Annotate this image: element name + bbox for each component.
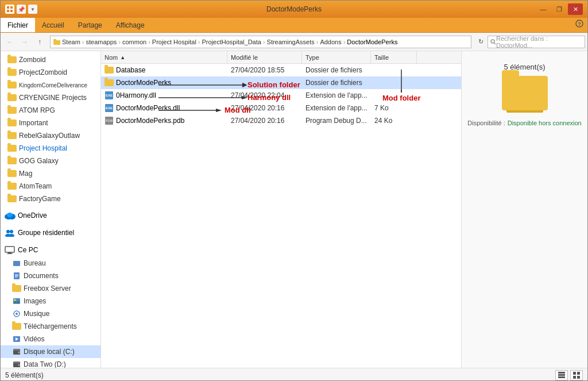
refresh-button[interactable]: ↻ [475, 36, 486, 48]
svg-rect-55 [573, 372, 576, 375]
group-section[interactable]: Groupe résidentiel [1, 225, 100, 240]
svg-rect-19 [7, 253, 13, 254]
table-row[interactable]: EXE DoctorModePerks.dll 27/04/2020 20:16… [101, 102, 461, 114]
crumb-current[interactable]: DoctorModePerks [347, 39, 397, 45]
sidebar-item-disk-d[interactable]: Data Two (D:) [1, 358, 100, 368]
sidebar-item-kcd[interactable]: KingdomComeDeliverance [1, 79, 100, 91]
sidebar-item-atomrpg[interactable]: ATOM RPG [1, 104, 100, 117]
title-bar: 📌 ▼ DoctorModePerks — ❐ ✕ [1, 1, 587, 18]
pc-section[interactable]: Ce PC [1, 242, 100, 257]
col-size-header[interactable]: Taille [371, 51, 417, 63]
menu-fichier[interactable]: Fichier [1, 18, 35, 32]
svg-rect-3 [10, 10, 13, 12]
address-bar[interactable]: Steam › steamapps › common › Project Hos… [50, 36, 471, 48]
preview-folder-icon [502, 76, 548, 110]
crumb-steamapps[interactable]: steamapps [86, 39, 117, 45]
svg-point-36 [18, 364, 20, 366]
svg-rect-7 [53, 39, 56, 41]
sidebar-item-gog[interactable]: GOG Galaxy [1, 155, 100, 167]
menu-bar: Fichier Accueil Partage Affichage ? [1, 18, 587, 33]
svg-rect-25 [13, 298, 20, 304]
sidebar-item-telechargements[interactable]: Téléchargements [1, 320, 100, 333]
dll-icon: EXE [105, 91, 114, 100]
svg-rect-56 [577, 372, 580, 375]
onedrive-section[interactable]: OneDrive [1, 207, 100, 222]
menu-affichage[interactable]: Affichage [109, 18, 152, 32]
window-icon [5, 5, 14, 14]
svg-rect-6 [53, 40, 60, 45]
svg-text:?: ? [578, 21, 581, 27]
status-bar: 5 élément(s) [1, 368, 587, 381]
search-bar[interactable]: Rechercher dans : DoctorMod... [488, 36, 585, 48]
file-list: Database 27/04/2020 18:55 Dossier de fic… [101, 64, 461, 127]
table-row[interactable]: Database 27/04/2020 18:55 Dossier de fic… [101, 64, 461, 76]
svg-rect-1 [10, 6, 13, 9]
svg-rect-35 [13, 361, 20, 363]
svg-rect-53 [558, 374, 565, 376]
view-tiles-button[interactable] [570, 370, 583, 380]
window-title: DoctorModePerks [266, 5, 322, 13]
minimize-button[interactable]: — [536, 3, 551, 15]
col-name-header[interactable]: Nom ▲ [101, 51, 227, 63]
svg-point-12 [7, 213, 13, 217]
col-date-header[interactable]: Modifié le [227, 51, 302, 63]
table-row[interactable]: DoctorModePerks Dossier de fichiers [101, 76, 461, 89]
sidebar-item-rebel[interactable]: RebelGalaxyOutlaw [1, 129, 100, 142]
menu-partage[interactable]: Partage [71, 18, 109, 32]
status-text: 5 élément(s) [5, 371, 44, 379]
sidebar-item-videos[interactable]: Vidéos [1, 333, 100, 345]
crumb-common[interactable]: common [122, 39, 146, 45]
up-button[interactable]: ↑ [33, 35, 47, 49]
crumb-data[interactable]: ProjectHospital_Data [202, 39, 261, 45]
crumb-addons[interactable]: Addons [320, 39, 341, 45]
sidebar-item-bureau[interactable]: Bureau [1, 257, 100, 270]
crumb-streaming[interactable]: StreamingAssets [267, 39, 315, 45]
crumb-hospital[interactable]: Project Hospital [152, 39, 196, 45]
svg-point-26 [14, 299, 16, 301]
file-list-header: Nom ▲ Modifié le Type Taille [101, 51, 461, 64]
view-details-button[interactable] [555, 370, 568, 380]
onedrive-label: OneDrive [18, 211, 47, 220]
nav-bar: ← → ↑ Steam › steamapps › common › Proje… [1, 33, 587, 51]
svg-point-28 [16, 313, 18, 315]
sidebar-item-zomboid[interactable]: Zomboid [1, 53, 100, 66]
col-type-header[interactable]: Type [302, 51, 371, 63]
svg-rect-20 [13, 261, 20, 266]
group-label: Groupe résidentiel [18, 229, 74, 237]
svg-rect-32 [13, 349, 20, 351]
svg-point-33 [18, 352, 20, 353]
table-row[interactable]: PDB DoctorModePerks.pdb 27/04/2020 20:16… [101, 114, 461, 127]
sidebar-item-projectzomboid[interactable]: ProjectZomboid [1, 66, 100, 79]
crumb-steam[interactable]: Steam [62, 39, 80, 45]
restore-button[interactable]: ❐ [552, 3, 567, 15]
close-button[interactable]: ✕ [568, 3, 583, 15]
sidebar-item-musique[interactable]: Musique [1, 307, 100, 320]
sidebar-item-cryengine[interactable]: CRYENGINE Projects [1, 91, 100, 104]
main-layout: Zomboid ProjectZomboid KingdomComeDelive… [1, 51, 587, 368]
sidebar-item-hospital[interactable]: Project Hospital [1, 142, 100, 155]
sidebar-item-disk-c[interactable]: Disque local (C:) [1, 345, 100, 358]
svg-point-8 [491, 40, 494, 43]
sidebar-item-important[interactable]: Important [1, 117, 100, 129]
search-placeholder: Rechercher dans : DoctorMod... [496, 35, 582, 49]
svg-rect-17 [5, 247, 14, 252]
sidebar-item-documents[interactable]: Documents [1, 270, 100, 282]
sidebar-item-images[interactable]: Images [1, 295, 100, 307]
sidebar-item-freebox[interactable]: Freebox Server [1, 282, 100, 295]
sidebar-item-factorygame[interactable]: FactoryGame [1, 193, 100, 205]
svg-rect-52 [558, 372, 565, 374]
table-row[interactable]: EXE 0Harmony.dll 27/04/2020 22:04 Extens… [101, 89, 461, 102]
forward-button[interactable]: → [18, 35, 32, 49]
svg-rect-2 [7, 10, 9, 12]
menu-accueil[interactable]: Accueil [35, 18, 71, 32]
pin-icon: 📌 [17, 5, 26, 14]
sidebar-item-atomteam[interactable]: AtomTeam [1, 180, 100, 193]
sidebar-item-mag[interactable]: Mag [1, 167, 100, 180]
menu-icon: ▼ [28, 5, 37, 14]
back-button[interactable]: ← [3, 35, 17, 49]
content-wrapper: Nom ▲ Modifié le Type Taille [101, 51, 587, 368]
svg-rect-58 [577, 376, 580, 379]
folder-icon [105, 67, 114, 74]
svg-rect-54 [558, 376, 565, 378]
folder-icon [105, 79, 114, 86]
